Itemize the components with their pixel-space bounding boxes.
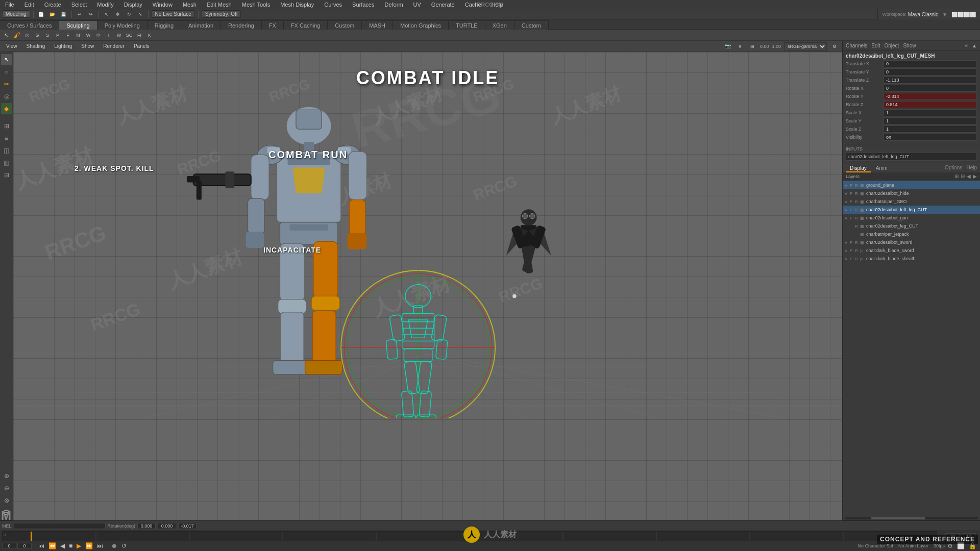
lighting-menu-btn[interactable]: Lighting	[51, 43, 75, 49]
expand-panel-btn[interactable]: ▲	[972, 43, 977, 48]
anim-tab[interactable]: Anim	[872, 165, 892, 172]
help-tab[interactable]: Help	[966, 165, 977, 172]
move-tool-icon[interactable]: ✥	[113, 10, 122, 19]
sidebar-extra-3[interactable]: ⊗	[1, 495, 12, 506]
menu-deform[interactable]: Deform	[382, 2, 405, 8]
outliner-row-leg-cut[interactable]: V P R ▦ char02desaibot_left_leg_CUT	[843, 206, 980, 214]
go-start-btn[interactable]: ⏮	[37, 542, 46, 549]
undo-icon[interactable]: ↩	[75, 10, 84, 19]
select-tool-btn[interactable]: ↖	[1, 54, 12, 65]
redo-icon[interactable]: ↪	[86, 10, 95, 19]
autokey-btn[interactable]: ⏺	[110, 542, 119, 549]
menu-display[interactable]: Display	[122, 2, 144, 8]
sidebar-tool-7[interactable]: ◫	[1, 145, 12, 156]
tab-fx[interactable]: FX	[262, 20, 284, 30]
menu-mesh-display[interactable]: Mesh Display	[278, 2, 316, 8]
current-frame-start[interactable]	[2, 543, 16, 549]
open-file-icon[interactable]: 📂	[48, 10, 57, 19]
show-tab[interactable]: Show	[903, 43, 916, 48]
scale-tool-icon[interactable]: ⤡	[136, 10, 145, 19]
menu-modify[interactable]: Modify	[95, 2, 115, 8]
translate-y-value[interactable]: 0	[884, 68, 977, 76]
menu-generate[interactable]: Generate	[429, 2, 457, 8]
channels-tab[interactable]: Channels	[846, 43, 867, 48]
mel-input[interactable]	[14, 523, 106, 529]
tab-sculpting[interactable]: Sculpting	[59, 20, 97, 30]
scale-z-value[interactable]: 1	[884, 126, 977, 133]
sculpt-relax-icon[interactable]: R	[22, 31, 32, 40]
select-tool-icon[interactable]: ↖	[102, 10, 111, 19]
shading-menu-btn[interactable]: Shading	[23, 43, 48, 49]
tab-motion-graphics[interactable]: Motion Graphics	[393, 20, 449, 30]
outliner-scrollbar[interactable]	[845, 517, 978, 519]
cycle-btn[interactable]: ↺	[120, 542, 128, 549]
sculpt-grab-icon[interactable]: G	[33, 31, 42, 40]
menu-mesh[interactable]: Mesh	[181, 2, 199, 8]
outliner-control-3[interactable]: ◀	[967, 173, 971, 179]
outliner-control-4[interactable]: ▶	[973, 173, 977, 179]
renderer-menu-btn[interactable]: Renderer	[100, 43, 128, 49]
sculpt-smooth-icon[interactable]: S	[43, 31, 52, 40]
sculpt-flatten-icon[interactable]: F	[63, 31, 72, 40]
outliner-row-sword[interactable]: V P R ▦ char02desaibot_sword	[843, 238, 980, 246]
sidebar-extra-2[interactable]: ⊖	[1, 483, 12, 494]
sidebar-tool-9[interactable]: ⊟	[1, 169, 12, 181]
outliner-row-sniper[interactable]: V P R ▦ charbatsniper_GEO	[843, 197, 980, 206]
panels-menu-btn[interactable]: Panels	[131, 43, 153, 49]
tab-custom[interactable]: Custom	[328, 20, 362, 30]
sculpt-select-icon[interactable]: ↖	[2, 31, 11, 40]
tab-mash[interactable]: MASH	[362, 20, 393, 30]
play-back-btn[interactable]: ◀	[59, 542, 66, 549]
outliner-row-char-hide[interactable]: V P R ▦ char02desaibot_hide	[843, 189, 980, 197]
options-tab[interactable]: Options	[945, 165, 962, 172]
lasso-tool-btn[interactable]: ○	[1, 66, 12, 78]
rotate-tool-icon[interactable]: ↻	[125, 10, 134, 19]
rotate-z-value[interactable]: 0.814	[884, 101, 977, 108]
sculpt-foamy-icon[interactable]: M	[74, 31, 83, 40]
scale-y-value[interactable]: 1	[884, 117, 977, 124]
menu-uv[interactable]: UV	[411, 2, 423, 8]
view-menu-btn[interactable]: View	[3, 43, 20, 49]
go-end-btn[interactable]: ⏭	[95, 542, 105, 549]
tab-custom2[interactable]: Custom	[514, 20, 549, 30]
symmetry-btn[interactable]: Symmetry: Off	[202, 10, 241, 18]
tab-turtle[interactable]: TURTLE	[449, 20, 485, 30]
sculpt-knife-icon[interactable]: K	[145, 31, 154, 40]
tab-xgen[interactable]: XGen	[485, 20, 514, 30]
show-menu-btn[interactable]: Show	[78, 43, 97, 49]
active-tool-btn[interactable]: ◆	[1, 103, 12, 114]
sidebar-tool-6[interactable]: ≡	[1, 133, 12, 144]
outliner-row-gun[interactable]: V P R ▦ char02desaibot_gun	[843, 214, 980, 222]
menu-help[interactable]: Help	[489, 2, 505, 8]
outliner-row-dark-sheath[interactable]: V P R ▷ char:dark_blade_sheath	[843, 255, 980, 263]
sculpt-imprint-icon[interactable]: I	[104, 31, 113, 40]
gamma-select[interactable]: sRGB-gamma	[784, 42, 827, 51]
sidebar-extra-4[interactable]: ☰	[1, 507, 12, 518]
tab-fx-caching[interactable]: FX Caching	[284, 20, 328, 30]
sculpt-repeat-icon[interactable]: ⟳	[94, 31, 103, 40]
outliner-row-leg-cut2[interactable]: R ▦ char02desaibot_leg_CUT	[843, 222, 980, 230]
object-tab[interactable]: Object	[885, 43, 899, 48]
menu-window[interactable]: Window	[151, 2, 175, 8]
current-frame[interactable]	[17, 543, 32, 549]
no-live-surface-btn[interactable]: No Live Surface	[152, 10, 195, 18]
menu-edit[interactable]: Edit	[22, 2, 36, 8]
rot-z-input[interactable]	[178, 523, 197, 529]
sidebar-extra-1[interactable]: ⊕	[1, 470, 12, 482]
translate-z-value[interactable]: -1.113	[884, 77, 977, 84]
visibility-value[interactable]: on	[884, 134, 977, 141]
save-file-icon[interactable]: 💾	[59, 10, 68, 19]
rot-x-input[interactable]	[137, 523, 156, 529]
menu-curves[interactable]: Curves	[322, 2, 344, 8]
menu-select[interactable]: Select	[69, 2, 89, 8]
grid-icon[interactable]: #	[736, 42, 745, 51]
menu-mesh-tools[interactable]: Mesh Tools	[240, 2, 272, 8]
sculpt-wax-icon[interactable]: W	[114, 31, 124, 40]
new-file-icon[interactable]: 📄	[37, 10, 46, 19]
camera-icon[interactable]: 📷	[723, 42, 732, 51]
tab-poly-modeling[interactable]: Poly Modeling	[97, 20, 148, 30]
sidebar-tool-8[interactable]: ▥	[1, 157, 12, 168]
tab-curves-surfaces[interactable]: Curves / Surfaces	[0, 20, 59, 30]
tab-rendering[interactable]: Rendering	[221, 20, 262, 30]
menu-file[interactable]: File	[3, 2, 16, 8]
